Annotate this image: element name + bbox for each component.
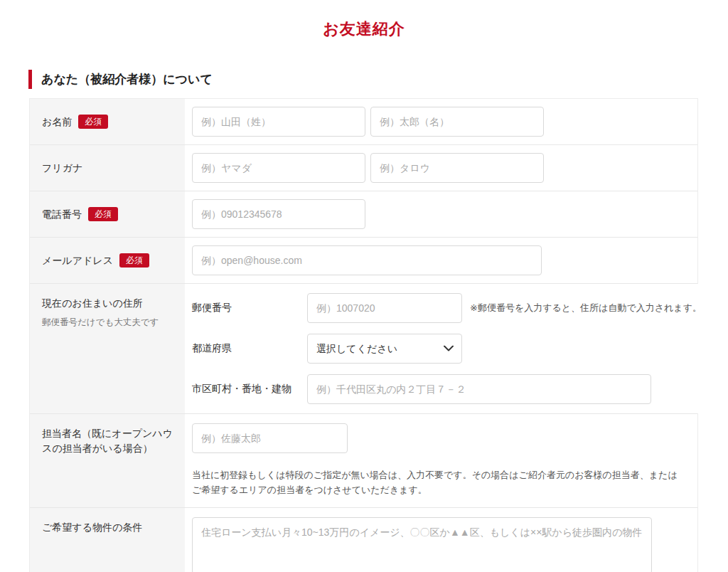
row-address: 現在のお住まいの住所 郵便番号だけでも大丈夫です 郵便番号 ※郵便番号を入力する… — [30, 284, 697, 414]
postal-code-note: ※郵便番号を入力すると、住所は自動で入力されます。 — [470, 302, 702, 314]
phone-label: 電話番号 — [42, 207, 82, 222]
required-badge: 必須 — [119, 253, 149, 268]
conditions-textarea[interactable] — [192, 517, 652, 572]
row-furigana: フリガナ — [30, 145, 697, 191]
address-label-note: 郵便番号だけでも大丈夫です — [42, 316, 175, 329]
city-input[interactable] — [307, 374, 651, 404]
furigana-label: フリガナ — [42, 161, 82, 176]
city-label: 市区町村・番地・建物 — [192, 383, 307, 396]
row-name: お名前 必須 — [30, 99, 697, 145]
row-email: メールアドレス 必須 — [30, 238, 697, 284]
required-badge: 必須 — [78, 115, 108, 129]
page-title: お友達紹介 — [0, 18, 728, 40]
agent-name-input[interactable] — [192, 423, 348, 453]
agent-note: 当社に初登録もしくは特段のご指定が無い場合は、入力不要です。その場合はご紹介者元… — [192, 467, 690, 498]
agent-label: 担当者名（既にオープンハウスの担当者がいる場合） — [42, 426, 175, 456]
postal-code-label: 郵便番号 — [192, 302, 307, 314]
referral-form-table: お名前 必須 フリガナ 電話番号 必須 — [29, 98, 698, 572]
address-label: 現在のお住まいの住所 — [42, 296, 143, 311]
prefecture-select[interactable]: 選択してください — [307, 334, 462, 364]
prefecture-label: 都道府県 — [192, 342, 307, 355]
conditions-label: ご希望する物件の条件 — [42, 520, 142, 535]
required-badge: 必須 — [88, 207, 118, 221]
section-accent-bar — [28, 70, 32, 89]
email-label: メールアドレス — [42, 253, 113, 268]
first-name-input[interactable] — [370, 107, 544, 137]
row-conditions: ご希望する物件の条件 — [30, 508, 697, 572]
section-title: あなた（被紹介者様）について — [41, 71, 213, 88]
city-subrow: 市区町村・番地・建物 — [192, 374, 651, 404]
row-phone: 電話番号 必須 — [30, 191, 697, 238]
phone-input[interactable] — [192, 199, 365, 229]
name-label: お名前 — [42, 115, 72, 129]
section-header: あなた（被紹介者様）について — [28, 70, 728, 89]
row-agent: 担当者名（既にオープンハウスの担当者がいる場合） 当社に初登録もしくは特段のご指… — [30, 414, 697, 508]
postal-code-subrow: 郵便番号 ※郵便番号を入力すると、住所は自動で入力されます。 — [192, 293, 702, 323]
last-name-input[interactable] — [192, 107, 365, 137]
postal-code-input[interactable] — [307, 293, 462, 323]
furigana-last-input[interactable] — [192, 153, 365, 183]
furigana-first-input[interactable] — [370, 153, 544, 183]
prefecture-subrow: 都道府県 選択してください — [192, 334, 462, 364]
email-input[interactable] — [192, 245, 542, 275]
